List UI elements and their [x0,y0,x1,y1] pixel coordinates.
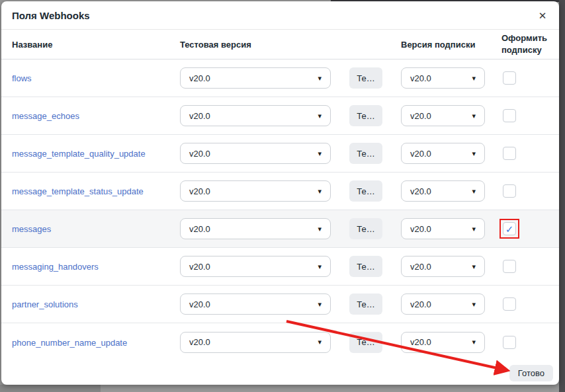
test-button[interactable]: Те… [349,256,382,277]
table-row: message_echoes v20.0 ▾ Те… v20.0 ▾ ✓ [1,97,559,135]
field-name-link[interactable]: phone_number_name_update [12,337,127,347]
subscribe-checkbox[interactable]: ✓ [503,71,516,85]
field-name-link[interactable]: messaging_handovers [12,262,99,272]
subscribe-cell: ✓ [503,71,516,85]
subscribe-cell: ✓ [503,222,516,235]
subscribe-cell: ✓ [503,109,516,122]
subscription-version-dropdown[interactable]: v20.0 ▾ [401,143,485,164]
table-rows: flows v20.0 ▾ Те… v20.0 ▾ ✓ message_echo… [1,59,559,361]
field-name-link[interactable]: message_template_status_update [12,186,144,196]
chevron-down-icon: ▾ [318,338,330,346]
subscription-version-dropdown[interactable]: v20.0 ▾ [401,332,485,353]
column-header-test-version: Тестовая версия [180,40,251,50]
chevron-down-icon: ▾ [472,225,484,233]
test-version-dropdown[interactable]: v20.0 ▾ [180,105,331,126]
test-version-dropdown[interactable]: v20.0 ▾ [180,67,331,89]
chevron-down-icon: ▾ [318,225,330,233]
chevron-down-icon: ▾ [472,188,484,195]
dropdown-value: v20.0 [402,224,472,234]
annotation-highlight-box [500,219,519,239]
subscription-version-dropdown[interactable]: v20.0 ▾ [401,294,485,315]
test-button[interactable]: Те… [349,143,382,164]
table-row: messages v20.0 ▾ Те… v20.0 ▾ ✓ [1,210,559,248]
dropdown-value: v20.0 [402,299,472,309]
column-header-name: Название [12,40,52,50]
modal-footer: Готово [1,361,559,385]
done-button[interactable]: Готово [509,365,553,381]
chevron-down-icon: ▾ [318,75,330,82]
subscribe-checkbox[interactable]: ✓ [503,184,516,198]
chevron-down-icon: ▾ [472,112,484,120]
close-icon[interactable]: ✕ [535,9,550,23]
chevron-down-icon: ▾ [472,75,484,82]
dropdown-value: v20.0 [402,111,472,121]
table-row: message_template_status_update v20.0 ▾ Т… [1,173,559,210]
dropdown-value: v20.0 [402,262,472,272]
chevron-down-icon: ▾ [472,150,484,157]
chevron-down-icon: ▾ [318,188,330,195]
dropdown-value: v20.0 [402,337,472,347]
field-name-link[interactable]: message_template_quality_update [12,149,146,159]
subscribe-checkbox[interactable]: ✓ [503,297,516,311]
test-button[interactable]: Те… [349,105,382,126]
subscription-version-dropdown[interactable]: v20.0 ▾ [401,256,485,277]
chevron-down-icon: ▾ [472,263,484,270]
table-row: phone_number_name_update v20.0 ▾ Те… v20… [1,323,559,361]
modal-title: Поля Webhooks [12,10,90,21]
test-version-dropdown[interactable]: v20.0 ▾ [180,218,331,239]
page-backdrop-right [559,0,565,392]
column-header-subscription-version: Версия подписки [401,40,475,50]
subscribe-checkbox[interactable]: ✓ [503,260,516,273]
chevron-down-icon: ▾ [318,263,330,270]
dropdown-value: v20.0 [181,299,318,309]
chevron-down-icon: ▾ [472,338,484,346]
subscribe-cell: ✓ [503,147,516,160]
subscription-version-dropdown[interactable]: v20.0 ▾ [401,180,485,202]
modal-header: Поля Webhooks ✕ [1,1,559,30]
test-version-dropdown[interactable]: v20.0 ▾ [180,180,331,202]
chevron-down-icon: ▾ [472,301,484,308]
table-row: partner_solutions v20.0 ▾ Те… v20.0 ▾ ✓ [1,286,559,323]
test-button[interactable]: Те… [349,332,382,353]
table-row: message_template_quality_update v20.0 ▾ … [1,135,559,173]
dropdown-value: v20.0 [181,337,318,347]
test-button[interactable]: Те… [349,294,382,315]
subscription-version-dropdown[interactable]: v20.0 ▾ [401,67,485,89]
field-name-link[interactable]: messages [12,224,51,234]
test-version-dropdown[interactable]: v20.0 ▾ [180,256,331,277]
field-name-link[interactable]: partner_solutions [12,299,78,309]
dropdown-value: v20.0 [181,149,318,159]
subscribe-checkbox[interactable]: ✓ [503,336,516,349]
chevron-down-icon: ▾ [318,301,330,308]
dropdown-value: v20.0 [181,111,318,121]
table-row: messaging_handovers v20.0 ▾ Те… v20.0 ▾ … [1,248,559,286]
test-button[interactable]: Те… [349,218,382,239]
subscription-version-dropdown[interactable]: v20.0 ▾ [401,105,485,126]
subscribe-cell: ✓ [503,297,516,311]
webhooks-fields-modal: Поля Webhooks ✕ Название Тестовая версия… [1,1,559,385]
dropdown-value: v20.0 [402,73,472,83]
dropdown-value: v20.0 [181,262,318,272]
dropdown-value: v20.0 [402,186,472,196]
test-version-dropdown[interactable]: v20.0 ▾ [180,294,331,315]
test-button[interactable]: Те… [349,67,382,89]
page-backdrop-bottom [0,385,101,392]
test-button[interactable]: Те… [349,180,382,202]
subscribe-cell: ✓ [503,184,516,198]
subscribe-checkbox[interactable]: ✓ [503,147,516,160]
chevron-down-icon: ▾ [318,150,330,157]
dropdown-value: v20.0 [181,224,318,234]
subscription-version-dropdown[interactable]: v20.0 ▾ [401,218,485,239]
subscribe-cell: ✓ [503,260,516,273]
field-name-link[interactable]: message_echoes [12,111,79,121]
subscribe-checkbox[interactable]: ✓ [503,109,516,122]
dropdown-value: v20.0 [402,149,472,159]
dropdown-value: v20.0 [181,186,318,196]
field-name-link[interactable]: flows [12,73,32,83]
dropdown-value: v20.0 [181,73,318,83]
subscribe-cell: ✓ [503,336,516,349]
test-version-dropdown[interactable]: v20.0 ▾ [180,143,331,164]
test-version-dropdown[interactable]: v20.0 ▾ [180,332,331,353]
column-header-subscribe: Оформить подписку [501,32,549,56]
table-column-header: Название Тестовая версия Версия подписки… [1,30,559,59]
